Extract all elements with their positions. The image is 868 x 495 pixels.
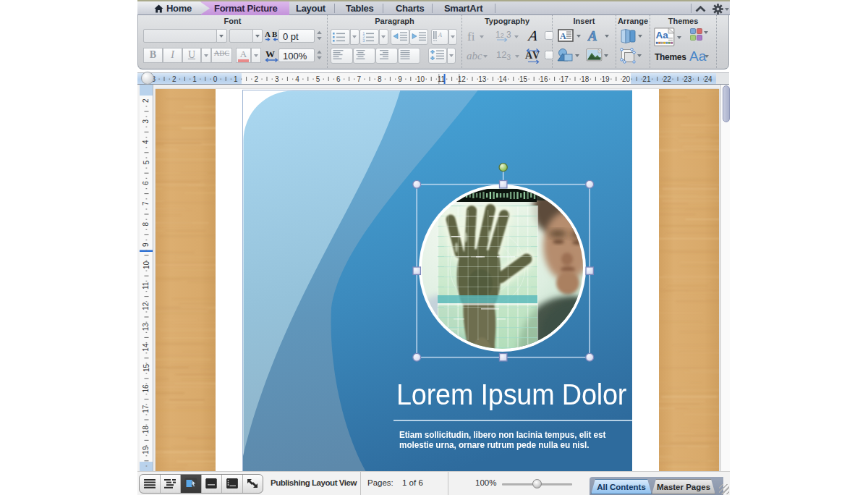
svg-text:12: 12 [142, 302, 150, 310]
svg-text:10: 10 [142, 261, 150, 270]
svg-text:8: 8 [378, 75, 382, 83]
svg-text:24: 24 [705, 75, 713, 83]
svg-text:14: 14 [499, 75, 508, 83]
svg-text:16: 16 [540, 75, 548, 83]
svg-text:5: 5 [316, 75, 320, 83]
svg-text:17: 17 [561, 75, 569, 83]
svg-text:16: 16 [142, 384, 150, 393]
svg-text:2: 2 [172, 75, 176, 83]
svg-text:23: 23 [684, 75, 692, 83]
svg-text:7: 7 [142, 201, 150, 206]
svg-text:1: 1 [192, 75, 197, 83]
svg-text:9: 9 [142, 242, 150, 247]
svg-text:3: 3 [142, 119, 150, 123]
svg-text:8: 8 [142, 221, 150, 226]
svg-text:Aa: Aa [656, 30, 669, 41]
svg-text:W: W [265, 49, 275, 59]
svg-text:13: 13 [478, 75, 487, 83]
svg-text:10: 10 [417, 75, 425, 83]
svg-text:6: 6 [336, 75, 341, 83]
svg-text:11: 11 [438, 75, 446, 83]
svg-text:21: 21 [642, 75, 651, 83]
svg-text:V: V [532, 50, 540, 61]
svg-text:4: 4 [295, 75, 299, 83]
svg-text:11: 11 [142, 282, 150, 289]
svg-text:19: 19 [602, 75, 610, 83]
svg-text:14: 14 [142, 343, 150, 352]
svg-text:12: 12 [458, 75, 467, 83]
svg-text:7: 7 [357, 75, 362, 83]
svg-text:1: 1 [234, 75, 238, 83]
svg-text:B: B [272, 30, 278, 38]
svg-text:0: 0 [213, 75, 218, 83]
svg-text:19: 19 [142, 446, 150, 454]
svg-text:15: 15 [519, 75, 528, 83]
svg-text:4: 4 [142, 140, 150, 144]
svg-text:3: 3 [275, 75, 279, 83]
svg-text:15: 15 [142, 364, 150, 373]
svg-text:9: 9 [398, 75, 402, 83]
svg-text:20: 20 [622, 75, 631, 83]
svg-text:18: 18 [581, 75, 590, 83]
svg-text:A: A [265, 30, 271, 38]
svg-text:A: A [438, 32, 442, 38]
svg-text:5: 5 [142, 160, 150, 164]
svg-text:17: 17 [142, 405, 150, 413]
svg-text:2: 2 [255, 75, 259, 83]
svg-text:A: A [560, 31, 566, 41]
svg-text:3: 3 [362, 38, 365, 43]
svg-text:13: 13 [142, 323, 150, 331]
svg-text:6: 6 [142, 181, 150, 185]
svg-text:A: A [587, 29, 597, 43]
svg-text:2: 2 [142, 98, 150, 103]
svg-text:18: 18 [142, 426, 150, 434]
svg-text:22: 22 [663, 75, 672, 83]
